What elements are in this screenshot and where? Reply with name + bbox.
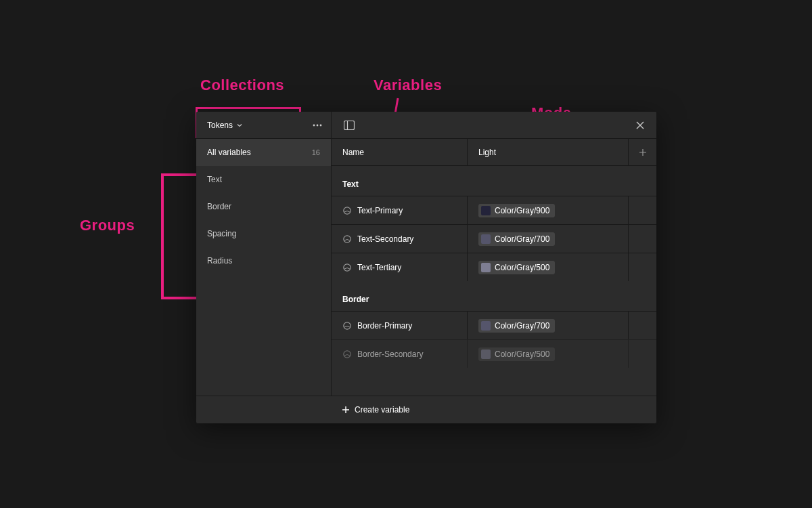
variables-table: Text Text-Primary Color/Gray/900 — [332, 166, 656, 396]
create-variable-label: Create variable — [355, 405, 409, 415]
variable-name: Text-Primary — [357, 206, 403, 215]
variable-name: Text-Tertiary — [357, 263, 401, 272]
color-type-icon — [342, 263, 352, 272]
variable-name-cell: Text-Tertiary — [332, 253, 467, 281]
variable-value-cell[interactable]: Color/Gray/700 — [467, 225, 628, 253]
main-header — [332, 112, 656, 139]
variable-name: Border-Secondary — [357, 350, 423, 359]
add-mode-button[interactable] — [628, 139, 656, 165]
column-header-name[interactable]: Name — [332, 139, 467, 165]
variable-extra-cell — [628, 312, 656, 339]
color-swatch — [481, 263, 491, 272]
annotation-groups: Groups — [80, 217, 135, 234]
sidebar-item-label: Spacing — [207, 229, 236, 238]
alias-pill: Color/Gray/900 — [478, 204, 555, 217]
column-header-label: Name — [342, 148, 364, 157]
columns-header: Name Light — [332, 139, 656, 166]
close-icon — [636, 121, 644, 129]
alias-pill: Color/Gray/500 — [478, 347, 555, 361]
column-header-label: Light — [478, 148, 496, 157]
variable-row[interactable]: Text-Secondary Color/Gray/700 — [332, 224, 656, 253]
variable-row[interactable]: Border-Secondary Color/Gray/500 — [332, 339, 656, 368]
variable-value-cell[interactable]: Color/Gray/500 — [467, 253, 628, 281]
color-type-icon — [342, 234, 352, 244]
variable-row[interactable]: Text-Primary Color/Gray/900 — [332, 196, 656, 224]
sidebar-header: Tokens — [196, 112, 331, 139]
sidebar-item-spacing[interactable]: Spacing — [196, 220, 331, 247]
sidebar-item-radius[interactable]: Radius — [196, 247, 331, 274]
variables-panel: Tokens All variables 16 Text — [196, 112, 656, 423]
plus-icon — [342, 406, 349, 413]
create-variable-button[interactable]: Create variable — [342, 405, 409, 415]
variable-name: Border-Primary — [357, 321, 412, 331]
alias-pill: Color/Gray/700 — [478, 232, 555, 246]
annotation-bracket-top — [161, 173, 196, 176]
variable-row[interactable]: Text-Tertiary Color/Gray/500 — [332, 253, 656, 281]
close-button[interactable] — [628, 113, 652, 137]
color-type-icon — [342, 321, 352, 331]
color-swatch — [481, 234, 491, 244]
collection-selector[interactable]: Tokens — [196, 112, 304, 139]
alias-label: Color/Gray/500 — [495, 263, 549, 272]
variable-extra-cell — [628, 196, 656, 224]
variable-extra-cell — [628, 253, 656, 281]
svg-rect-4 — [344, 121, 355, 129]
variable-name-cell: Text-Primary — [332, 196, 467, 224]
column-header-mode[interactable]: Light — [467, 139, 628, 165]
variable-value-cell[interactable]: Color/Gray/500 — [467, 340, 628, 368]
sidebar-item-label: Radius — [207, 256, 232, 266]
plus-icon — [639, 149, 646, 156]
sidebar-item-border[interactable]: Border — [196, 193, 331, 220]
sidebar-panel-icon — [344, 121, 355, 130]
main-content: Name Light Text — [332, 112, 656, 396]
variable-extra-cell — [628, 340, 656, 368]
panel-footer: Create variable — [196, 396, 656, 423]
variable-row[interactable]: Border-Primary Color/Gray/700 — [332, 311, 656, 339]
group-heading: Border — [332, 281, 656, 311]
color-swatch — [481, 321, 491, 331]
variable-value-cell[interactable]: Color/Gray/700 — [467, 312, 628, 339]
sidebar-item-label: All variables — [207, 148, 251, 157]
variable-name: Text-Secondary — [357, 234, 413, 244]
svg-point-3 — [320, 124, 322, 126]
sidebar-item-label: Text — [207, 175, 222, 184]
svg-point-2 — [317, 124, 319, 126]
sidebar-item-text[interactable]: Text — [196, 166, 331, 193]
alias-label: Color/Gray/900 — [495, 206, 549, 215]
more-options-button[interactable] — [304, 112, 331, 139]
color-type-icon — [342, 206, 352, 215]
variable-name-cell: Text-Secondary — [332, 225, 467, 253]
variable-name-cell: Border-Primary — [332, 312, 467, 339]
collection-label: Tokens — [207, 121, 233, 130]
chevron-down-icon — [237, 123, 242, 128]
sidebar-toggle-button[interactable] — [337, 113, 361, 137]
more-horizontal-icon — [313, 124, 322, 127]
alias-label: Color/Gray/500 — [495, 350, 549, 359]
alias-label: Color/Gray/700 — [495, 321, 549, 331]
sidebar: Tokens All variables 16 Text — [196, 112, 332, 396]
svg-point-1 — [313, 124, 315, 126]
annotation-bracket-bottom — [161, 297, 196, 299]
alias-pill: Color/Gray/500 — [478, 261, 555, 274]
group-heading: Text — [332, 166, 656, 196]
variable-extra-cell — [628, 225, 656, 253]
color-type-icon — [342, 350, 352, 359]
color-swatch — [481, 350, 491, 359]
alias-label: Color/Gray/700 — [495, 234, 549, 244]
variable-value-cell[interactable]: Color/Gray/900 — [467, 196, 628, 224]
annotation-variables: Variables — [374, 77, 442, 94]
sidebar-item-label: Border — [207, 202, 231, 211]
sidebar-item-count: 16 — [312, 148, 320, 156]
annotation-collections: Collections — [200, 77, 284, 94]
color-swatch — [481, 206, 491, 215]
alias-pill: Color/Gray/700 — [478, 319, 555, 333]
variable-name-cell: Border-Secondary — [332, 340, 467, 368]
sidebar-item-all-variables[interactable]: All variables 16 — [196, 139, 331, 166]
annotation-bracket-side — [161, 173, 164, 299]
